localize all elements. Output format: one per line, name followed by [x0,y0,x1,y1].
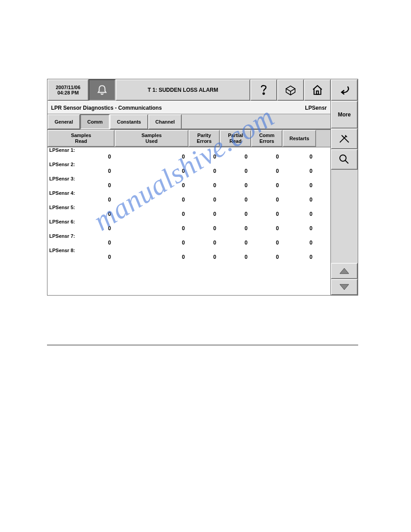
return-arrow-icon [338,84,351,96]
cell-parity_errors: 0 [188,182,220,189]
col-partial-read: Partial Read [220,130,251,147]
page-divider [47,345,358,345]
tab-constants[interactable]: Constants [110,114,148,129]
cell-comm_errors: 0 [251,254,283,260]
sensor-label: LPSensr 3: [49,176,75,181]
cell-partial_read: 0 [220,254,251,260]
cell-samples_used: 0 [115,168,188,174]
help-button[interactable] [250,79,277,101]
cell-samples_read: 0 [47,168,115,174]
home-icon [312,84,323,96]
scroll-up-button[interactable] [331,263,358,279]
cell-partial_read: 0 [220,211,251,217]
cell-comm_errors: 0 [251,182,283,189]
sensor-row: LPSensr 5:000000 [47,205,330,219]
sensor-label: LPSensr 4: [49,190,75,196]
more-label: More [338,112,351,118]
cell-partial_read: 0 [220,182,251,189]
sensor-row: LPSensr 6:000000 [47,219,330,233]
cell-samples_used: 0 [115,197,188,203]
sensor-label: LPSensr 2: [49,162,75,167]
datetime-button[interactable]: 2007/11/06 04:28 PM [47,79,89,101]
cell-samples_read: 0 [47,225,115,232]
col-restarts: Restarts [283,130,316,147]
cell-parity_errors: 0 [188,197,220,203]
sensor-row: LPSensr 7:000000 [47,233,330,248]
bell-icon [96,84,108,96]
cell-comm_errors: 0 [251,225,283,232]
tabs-row: General Comm Constants Channel [47,114,330,130]
tab-channel[interactable]: Channel [148,114,182,129]
alarm-text: T 1: SUDDEN LOSS ALARM [148,87,218,93]
data-area: LPSensr 1:000000LPSensr 2:000000LPSensr … [47,147,330,295]
cell-samples_used: 0 [115,211,188,217]
col-comm-errors: Comm Errors [251,130,283,147]
tools-icon [338,133,351,144]
device-type-label: LPSensr [305,105,327,111]
cell-samples_read: 0 [47,197,115,203]
sensor-row: LPSensr 4:000000 [47,190,330,205]
cell-parity_errors: 0 [188,225,220,232]
tab-comm[interactable]: Comm [80,114,110,129]
cell-restarts: 0 [283,254,316,260]
sensor-label: LPSensr 7: [49,233,75,239]
cell-samples_read: 0 [47,211,115,217]
sensor-row: LPSensr 8:000000 [47,248,330,262]
alarm-bell-button[interactable] [89,79,116,101]
cell-samples_used: 0 [115,182,188,189]
sensor-label: LPSensr 5: [49,205,75,210]
app-frame: 2007/11/06 04:28 PM T 1: SUDDEN LOSS ALA… [47,79,358,296]
scroll-down-button[interactable] [331,279,358,295]
cell-samples_used: 0 [115,225,188,232]
cell-restarts: 0 [283,225,316,232]
col-parity-errors: Parity Errors [188,130,220,147]
column-headers: Samples Read Samples Used Parity Errors … [47,130,330,147]
home-button[interactable] [304,79,331,101]
sensor-row: LPSensr 2:000000 [47,162,330,176]
svg-point-2 [340,155,346,161]
sensor-label: LPSensr 8: [49,248,75,253]
cell-parity_errors: 0 [188,168,220,174]
cell-samples_read: 0 [47,154,115,160]
cell-comm_errors: 0 [251,197,283,203]
box-icon [284,84,297,96]
alarm-title-button[interactable]: T 1: SUDDEN LOSS ALARM [116,79,250,101]
print-button[interactable] [277,79,304,101]
back-button[interactable] [331,79,358,101]
cell-parity_errors: 0 [188,240,220,246]
more-button[interactable]: More [331,101,358,129]
svg-rect-1 [317,91,318,94]
cell-partial_read: 0 [220,240,251,246]
search-button[interactable] [331,149,358,170]
triangle-up-icon [339,268,349,274]
sensor-row: LPSensr 3:000000 [47,176,330,190]
svg-marker-3 [340,268,349,274]
cell-comm_errors: 0 [251,240,283,246]
tools-button[interactable] [331,129,358,149]
cell-samples_read: 0 [47,254,115,260]
triangle-down-icon [339,284,349,290]
cell-samples_read: 0 [47,240,115,246]
top-toolbar: 2007/11/06 04:28 PM T 1: SUDDEN LOSS ALA… [47,79,358,101]
date-text: 2007/11/06 [56,85,80,90]
screen-title-bar: LPR Sensor Diagnostics - Communications … [47,101,330,114]
cell-parity_errors: 0 [188,154,220,160]
cell-samples_used: 0 [115,154,188,160]
cell-restarts: 0 [283,168,316,174]
sensor-row: LPSensr 1:000000 [47,147,330,162]
sensor-label: LPSensr 1: [49,147,75,153]
cell-comm_errors: 0 [251,154,283,160]
cell-partial_read: 0 [220,225,251,232]
cell-partial_read: 0 [220,197,251,203]
tab-general[interactable]: General [47,114,80,129]
cell-parity_errors: 0 [188,254,220,260]
screen-title: LPR Sensor Diagnostics - Communications [51,105,162,111]
time-text: 04:28 PM [57,90,79,95]
cell-restarts: 0 [283,211,316,217]
cell-samples_used: 0 [115,240,188,246]
cell-comm_errors: 0 [251,211,283,217]
col-samples-read: Samples Read [47,130,115,147]
cell-restarts: 0 [283,154,316,160]
cell-partial_read: 0 [220,154,251,160]
cell-samples_read: 0 [47,182,115,189]
